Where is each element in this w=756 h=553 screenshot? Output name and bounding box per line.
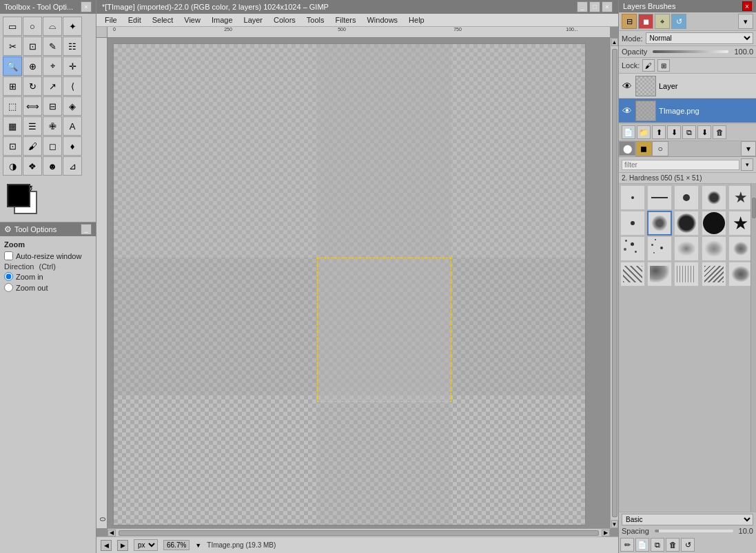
flip-tool[interactable]: ⟺	[23, 96, 42, 116]
menu-windows[interactable]: Windows	[361, 14, 403, 25]
brush-cell-17[interactable]	[674, 262, 699, 286]
heal-tool[interactable]: ✙	[43, 116, 62, 136]
paths-tool[interactable]: ⌖	[43, 56, 62, 76]
brush-cell-4[interactable]: ★	[728, 185, 753, 210]
blend-tool[interactable]: ▦	[3, 116, 22, 136]
horizontal-scrollbar[interactable]: ◀ ▶	[108, 528, 610, 536]
brush-cell-12[interactable]	[674, 236, 699, 261]
dodge-burn-tool[interactable]: ◑	[3, 156, 22, 176]
shear-tool[interactable]: ⟨	[63, 76, 82, 96]
fg-color-swatch[interactable]	[7, 184, 30, 207]
canvas-area[interactable]: 0 250 500 750 100... 0 250 500 750	[96, 27, 618, 536]
refresh-brush-btn[interactable]: ↺	[681, 538, 695, 552]
new-layer-group-btn[interactable]: 📁	[637, 125, 651, 139]
brush-tab-0[interactable]: ⬤	[619, 141, 635, 156]
brush-cell-1[interactable]	[647, 185, 672, 210]
canvas-background[interactable]	[113, 43, 586, 525]
image-close-btn[interactable]: ×	[602, 1, 613, 12]
brush-category-select[interactable]: Basic	[622, 514, 753, 525]
brush-cell-5[interactable]	[620, 211, 645, 236]
clone-tool[interactable]: ⊡	[3, 136, 22, 156]
measure-tool[interactable]: ⊕	[23, 56, 42, 76]
brush-cell-15[interactable]	[620, 262, 645, 286]
image-minimize-btn[interactable]: _	[577, 1, 588, 12]
bucket-fill-tool[interactable]: ◈	[63, 96, 82, 116]
duplicate-layer-btn[interactable]: ⧉	[682, 125, 696, 139]
new-layer-btn[interactable]: 📄	[622, 125, 635, 139]
perspective-tool[interactable]: ⬚	[3, 96, 22, 116]
toolbox-close-btn[interactable]: ×	[81, 1, 92, 12]
brush-tool[interactable]: 🖌	[23, 136, 42, 156]
h-scroll-thumb[interactable]	[119, 530, 599, 536]
crop-tool[interactable]: ⊞	[3, 76, 22, 96]
zoom-in-radio[interactable]	[4, 272, 13, 281]
layer-visibility-0[interactable]: 👁	[622, 81, 633, 92]
brush-cell-2[interactable]	[674, 185, 699, 210]
layers-btn[interactable]: ⊟	[622, 14, 637, 29]
brush-cell-0[interactable]	[620, 185, 645, 210]
brush-cell-7[interactable]	[674, 211, 699, 236]
brush-cell-9[interactable]: ★	[728, 211, 753, 236]
auto-resize-checkbox[interactable]	[4, 251, 13, 260]
scale-tool[interactable]: ↗	[43, 76, 62, 96]
brush-tab-1[interactable]: ◼	[635, 141, 652, 156]
brush-cell-19[interactable]	[728, 262, 753, 286]
lock-pos-btn[interactable]: ⊞	[657, 59, 670, 72]
ink-tool[interactable]: ☻	[43, 156, 62, 176]
mode-select[interactable]: Normal	[646, 32, 753, 44]
lower-layer-btn[interactable]: ⬇	[667, 125, 681, 139]
menu-file[interactable]: File	[99, 14, 123, 25]
zoom-tool[interactable]: 🔍	[3, 56, 22, 76]
brush-cell-13[interactable]	[702, 236, 726, 261]
pencil-tool[interactable]: ✎	[43, 36, 62, 56]
airbrush-tool[interactable]: ❖	[23, 156, 42, 176]
free-select-tool[interactable]: ⌓	[43, 17, 62, 36]
tool-options-minimize[interactable]: _	[81, 224, 92, 235]
align-tool[interactable]: ⊟	[43, 96, 62, 116]
brush-grid-container[interactable]: ★ ★	[619, 184, 756, 512]
nav-left-btn[interactable]: ◀	[101, 540, 112, 551]
undo-hist-btn[interactable]: ↺	[671, 14, 686, 29]
ellipse-select-tool[interactable]: ○	[23, 17, 42, 36]
eraser-tool[interactable]: ◻	[43, 136, 62, 156]
fg-select-tool[interactable]: ⊡	[23, 36, 42, 56]
menu-colors[interactable]: Colors	[268, 14, 301, 25]
brush-cell-16[interactable]	[647, 262, 672, 286]
layer-visibility-1[interactable]: 👁	[622, 105, 633, 116]
channels-btn[interactable]: ◼	[638, 14, 653, 29]
brush-cell-10[interactable]	[620, 236, 645, 261]
delete-layer-btn[interactable]: 🗑	[713, 125, 726, 139]
h-scroll-right-btn[interactable]: ▶	[602, 530, 610, 536]
lock-paint-btn[interactable]: 🖌	[642, 59, 655, 72]
menu-tools[interactable]: Tools	[301, 14, 330, 25]
layer-row-0[interactable]: 👁 Layer	[619, 74, 756, 98]
zoom-display[interactable]: 66.7%	[163, 540, 190, 550]
duplicate-brush-btn[interactable]: ⧉	[651, 538, 664, 552]
menu-view[interactable]: View	[178, 14, 206, 25]
fuzzy-select-tool[interactable]: ✦	[63, 17, 82, 36]
zoom-select-arrow[interactable]: ▼	[195, 542, 201, 549]
opacity-slider[interactable]	[653, 50, 728, 53]
menu-filters[interactable]: Filters	[330, 14, 362, 25]
brush-config-btn[interactable]: ▾	[741, 141, 756, 156]
brush-filter-btn[interactable]: ▾	[741, 158, 753, 171]
paths-panel-btn[interactable]: ⌖	[655, 14, 670, 29]
color-picker-tool[interactable]: ⊿	[63, 156, 82, 176]
text-tool[interactable]: A	[63, 116, 82, 136]
brush-cell-6[interactable]	[647, 211, 672, 236]
zoom-out-radio[interactable]	[4, 283, 13, 292]
brush-grid-scrollbar[interactable]	[750, 184, 756, 512]
brush-cell-18[interactable]	[702, 262, 726, 286]
brush-scroll-thumb[interactable]	[752, 198, 756, 218]
canvas-scroll-area[interactable]	[108, 38, 610, 528]
v-scroll-up-btn[interactable]: ▲	[611, 38, 618, 46]
scissors-tool[interactable]: ✂	[3, 36, 22, 56]
spacing-slider[interactable]	[655, 530, 733, 532]
rect-select-tool[interactable]: ▭	[3, 17, 22, 36]
edit-brush-btn[interactable]: ✏	[620, 538, 634, 552]
delete-brush-btn[interactable]: 🗑	[666, 538, 680, 552]
color-select-tool[interactable]: ☷	[63, 36, 82, 56]
image-maximize-btn[interactable]: □	[589, 1, 600, 12]
brush-cell-14[interactable]	[728, 236, 753, 261]
new-brush-btn[interactable]: 📄	[635, 538, 649, 552]
